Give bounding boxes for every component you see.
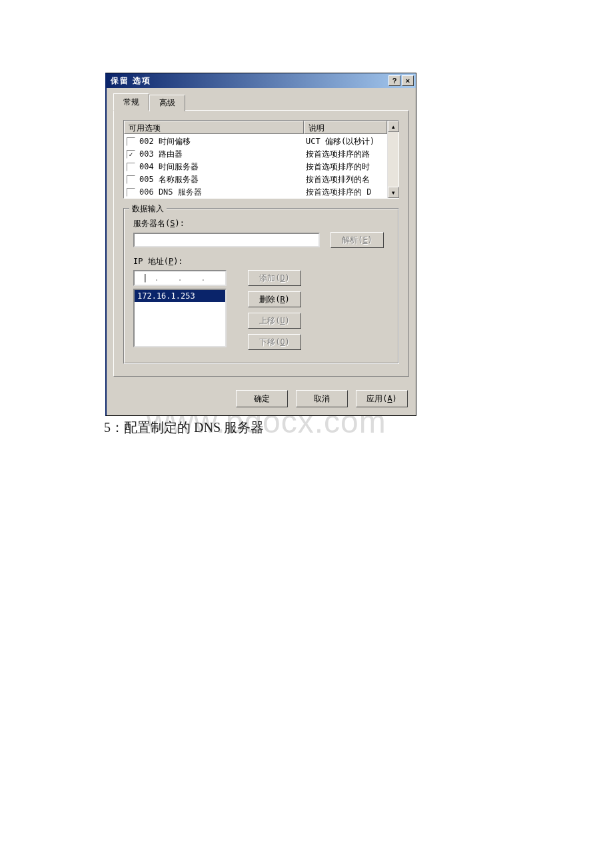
option-desc: 按首选项排序的时 xyxy=(306,161,384,173)
help-button[interactable]: ? xyxy=(388,75,400,86)
ip-list-item-selected[interactable]: 172.16.1.253 xyxy=(135,290,225,302)
checkbox-005[interactable] xyxy=(127,175,135,184)
tab-panel-general: 可用选项 说明 002 时间偏移 UCT 偏移(以秒计) 003 路由器 按首选… xyxy=(113,110,409,377)
tab-strip: 常规 高级 xyxy=(113,93,409,110)
remove-button[interactable]: 删除(R) xyxy=(248,291,301,307)
col-header-available[interactable]: 可用选项 xyxy=(124,121,304,134)
option-name: 005 名称服务器 xyxy=(139,174,306,185)
reservation-options-dialog: 保留 选项 ? × 常规 高级 可用选项 说明 002 时间偏移 xyxy=(105,73,416,416)
ip-address-label: IP 地址(P): xyxy=(133,256,389,267)
checkbox-003[interactable] xyxy=(127,150,135,159)
option-desc: 按首选项排序的路 xyxy=(306,149,384,160)
close-button[interactable]: × xyxy=(402,75,414,86)
server-name-input[interactable] xyxy=(133,233,320,247)
apply-button[interactable]: 应用(A) xyxy=(356,390,408,407)
option-row-006[interactable]: 006 DNS 服务器 按首选项排序的 D xyxy=(124,186,387,198)
option-row-005[interactable]: 005 名称服务器 按首选项排列的名 xyxy=(124,173,387,186)
option-name: 004 时间服务器 xyxy=(139,161,306,173)
tab-general[interactable]: 常规 xyxy=(113,93,149,111)
add-button[interactable]: 添加(D) xyxy=(248,270,301,286)
data-entry-group: 数据输入 服务器名(S): 解析(E) IP 地址(P): |. . . xyxy=(123,208,399,364)
col-header-description[interactable]: 说明 xyxy=(304,121,387,134)
option-desc: 按首选项排序的 D xyxy=(306,187,384,198)
move-up-button[interactable]: 上移(U) xyxy=(248,313,301,329)
dialog-title: 保留 选项 xyxy=(111,75,387,87)
option-row-004[interactable]: 004 时间服务器 按首选项排序的时 xyxy=(124,161,387,173)
dialog-body: 常规 高级 可用选项 说明 002 时间偏移 UCT 偏移(以秒计) xyxy=(107,88,416,383)
option-name: 002 时间偏移 xyxy=(139,136,306,147)
resolve-button[interactable]: 解析(E) xyxy=(330,232,384,248)
tab-advanced[interactable]: 高级 xyxy=(149,95,185,111)
scroll-up-icon[interactable]: ▴ xyxy=(388,121,399,132)
option-name: 003 路由器 xyxy=(139,149,306,160)
option-desc: UCT 偏移(以秒计) xyxy=(306,136,384,147)
scroll-down-icon[interactable]: ▾ xyxy=(388,187,399,198)
titlebar: 保留 选项 ? × xyxy=(107,73,416,88)
ok-button[interactable]: 确定 xyxy=(236,390,288,407)
data-entry-legend: 数据输入 xyxy=(129,203,167,215)
options-header: 可用选项 说明 xyxy=(124,121,387,134)
page-caption: 5：配置制定的 DNS 服务器 xyxy=(104,419,264,437)
checkbox-006[interactable] xyxy=(127,188,135,197)
dialog-button-row: 确定 取消 应用(A) xyxy=(107,383,416,415)
available-options-list[interactable]: 可用选项 说明 002 时间偏移 UCT 偏移(以秒计) 003 路由器 按首选… xyxy=(123,120,399,199)
cancel-button[interactable]: 取消 xyxy=(296,390,348,407)
checkbox-002[interactable] xyxy=(127,137,135,146)
option-row-002[interactable]: 002 时间偏移 UCT 偏移(以秒计) xyxy=(124,135,387,148)
ip-address-input[interactable]: |. . . xyxy=(133,270,227,286)
option-name: 006 DNS 服务器 xyxy=(139,187,306,198)
ip-address-list[interactable]: 172.16.1.253 xyxy=(133,289,227,347)
checkbox-004[interactable] xyxy=(127,163,135,171)
server-name-label: 服务器名(S): xyxy=(133,218,389,229)
option-desc: 按首选项排列的名 xyxy=(306,174,384,185)
vertical-scrollbar[interactable]: ▴ ▾ xyxy=(387,121,398,198)
move-down-button[interactable]: 下移(O) xyxy=(248,334,301,350)
option-row-003[interactable]: 003 路由器 按首选项排序的路 xyxy=(124,148,387,161)
